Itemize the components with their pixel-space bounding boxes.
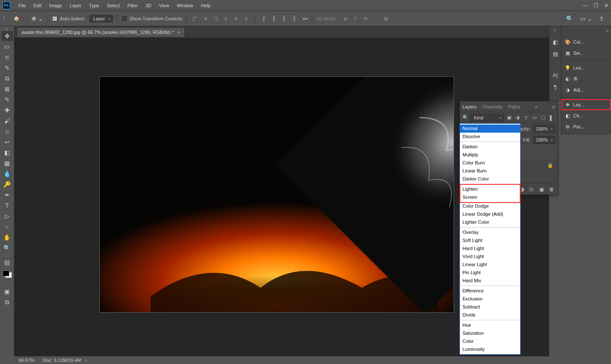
document-tab[interactable]: easter-fire-384602_1280.jpg @ 66.7% (smo…	[17, 27, 185, 37]
menu-file[interactable]: File	[14, 0, 30, 11]
distribute-1[interactable]: ║	[259, 14, 268, 23]
filter-type-icon[interactable]: T	[523, 114, 530, 122]
gradient-tool[interactable]: ▦	[1, 158, 13, 168]
menu-edit[interactable]: Edit	[30, 0, 45, 11]
delete-layer-icon[interactable]: 🗑	[549, 186, 554, 192]
blend-pinlight[interactable]: Pin Light	[460, 269, 520, 277]
menu-3d[interactable]: 3D	[142, 0, 155, 11]
document-canvas[interactable]	[99, 76, 454, 313]
menu-view[interactable]: View	[155, 0, 173, 11]
blend-linearburn[interactable]: Linear Burn	[460, 167, 520, 175]
blend-subtract[interactable]: Subtract	[460, 303, 520, 311]
window-close-icon[interactable]: ✕	[604, 3, 608, 8]
search-icon[interactable]: 🔍	[566, 15, 573, 22]
filter-toggle-icon[interactable]: ▌	[548, 114, 555, 122]
blend-darken[interactable]: Darken	[460, 143, 520, 151]
tab-swatches[interactable]: ▦Sw...	[561, 47, 611, 58]
marquee-tool[interactable]: ▭	[1, 42, 13, 52]
edit-toolbar-button[interactable]: ▤	[1, 257, 13, 267]
brush-tool[interactable]: 🖌	[1, 116, 13, 126]
move-tool[interactable]: ✥	[1, 31, 13, 41]
blend-difference[interactable]: Difference	[460, 287, 520, 295]
layers-tab[interactable]: Layers	[462, 104, 476, 109]
menu-layer[interactable]: Layer	[66, 0, 85, 11]
blend-saturation[interactable]: Saturation	[460, 329, 520, 337]
align-bottom-button[interactable]: ⫖	[242, 14, 250, 23]
blend-multiply[interactable]: Multiply	[460, 151, 520, 159]
new-layer-icon[interactable]: ▣	[539, 186, 544, 192]
history-brush-tool[interactable]: ↩	[1, 137, 13, 147]
path-select-tool[interactable]: ▷	[1, 211, 13, 221]
blend-divide[interactable]: Divide	[460, 311, 520, 319]
tab-channels[interactable]: ◧Ch...	[561, 110, 611, 121]
blend-luminosity[interactable]: Luminosity	[460, 345, 520, 353]
tab-layers[interactable]: ❖Lay...	[561, 99, 611, 110]
eyedropper-tool[interactable]: ✎	[1, 94, 13, 105]
blend-hardmix[interactable]: Hard Mix	[460, 277, 520, 285]
paths-tab[interactable]: Paths	[508, 104, 520, 109]
blend-lighten[interactable]: Lighten	[460, 185, 520, 193]
align-top-button[interactable]: ⫕	[221, 14, 230, 23]
history-icon[interactable]: ▤	[552, 50, 559, 58]
align-hcenter-button[interactable]: ≡	[201, 14, 210, 23]
menu-filter[interactable]: Filter	[123, 0, 141, 11]
zoom-tool[interactable]: 🔍	[1, 243, 13, 253]
pen-tool[interactable]: ✒	[1, 190, 13, 200]
zoom-level[interactable]: 66.67%	[19, 358, 34, 363]
group-icon[interactable]: 🗀	[529, 186, 534, 192]
show-transform-checkbox[interactable]: Show Transform Controls	[122, 16, 182, 21]
blend-color[interactable]: Color	[460, 337, 520, 345]
crop-tool[interactable]: ⧉	[1, 73, 13, 83]
tab-learn[interactable]: 💡Lea...	[561, 62, 611, 73]
menu-type[interactable]: Type	[85, 0, 103, 11]
panel-menu-icon[interactable]: ≡	[552, 104, 555, 109]
align-right-button[interactable]: ⫎	[211, 14, 220, 23]
shape-tool[interactable]: ○	[1, 222, 13, 232]
lasso-tool[interactable]: ⊂	[1, 52, 13, 62]
dodge-tool[interactable]: 🔑	[1, 179, 13, 189]
menu-select[interactable]: Select	[103, 0, 124, 11]
paragraph-icon[interactable]: ¶	[552, 83, 559, 91]
blend-hardlight[interactable]: Hard Light	[460, 245, 520, 253]
lock-icon[interactable]: 🔒	[547, 163, 553, 168]
filter-pixel-icon[interactable]: ▣	[506, 114, 513, 122]
distribute-2[interactable]: ║	[269, 14, 278, 23]
panel-collapse-icon[interactable]: »	[535, 104, 538, 109]
blend-lineardodge[interactable]: Linear Dodge (Add)	[460, 210, 520, 218]
fill-field[interactable]: 100%	[533, 136, 555, 144]
minipanel-collapse-icon[interactable]: »	[553, 28, 557, 31]
home-button[interactable]: 🏠	[11, 14, 22, 24]
frame-tool[interactable]: ⊠	[1, 84, 13, 94]
align-vcenter-button[interactable]: ≡	[232, 14, 240, 23]
tab-adjustments[interactable]: ◑Adj...	[561, 84, 611, 95]
menu-window[interactable]: Window	[173, 0, 197, 11]
workspace-dropdown[interactable]: ▭ ⌄	[580, 15, 592, 22]
auto-select-target-dropdown[interactable]: Layer	[90, 15, 113, 22]
clone-stamp-tool[interactable]: ⎌	[1, 126, 13, 136]
blend-linearlight[interactable]: Linear Light	[460, 261, 520, 269]
share-icon[interactable]: ⇪	[599, 15, 604, 22]
blend-vividlight[interactable]: Vivid Light	[460, 253, 520, 261]
distribute-3[interactable]: ║	[280, 14, 288, 23]
blend-normal[interactable]: Normal	[460, 125, 520, 133]
auto-select-checkbox[interactable]: ✓Auto-Select:	[52, 16, 85, 21]
blend-hue[interactable]: Hue	[460, 321, 520, 329]
blend-overlay[interactable]: Overlay	[460, 228, 520, 236]
blend-softlight[interactable]: Soft Light	[460, 236, 520, 245]
move-tool-icon[interactable]: ✥ ⌄	[31, 15, 43, 22]
blend-lightercolor[interactable]: Lighter Color	[460, 218, 520, 226]
blend-exclusion[interactable]: Exclusion	[460, 295, 520, 303]
filter-kind-dropdown[interactable]: Kind	[470, 114, 504, 122]
blur-tool[interactable]: 💧	[1, 169, 13, 179]
distribute-4[interactable]: ║	[290, 14, 298, 23]
toolbar-more-icon[interactable]: …	[4, 253, 10, 257]
menu-help[interactable]: Help	[197, 0, 215, 11]
blend-colordodge[interactable]: Color Dodge	[460, 202, 520, 210]
align-left-button[interactable]: ⫍	[191, 14, 199, 23]
window-maximize-icon[interactable]: ❐	[594, 3, 598, 8]
blend-colorburn[interactable]: Color Burn	[460, 159, 520, 167]
filter-adjust-icon[interactable]: ◑	[514, 114, 521, 122]
quick-select-tool[interactable]: ✎	[1, 63, 13, 73]
window-minimize-icon[interactable]: —	[583, 3, 588, 8]
eraser-tool[interactable]: ◧	[1, 147, 13, 158]
